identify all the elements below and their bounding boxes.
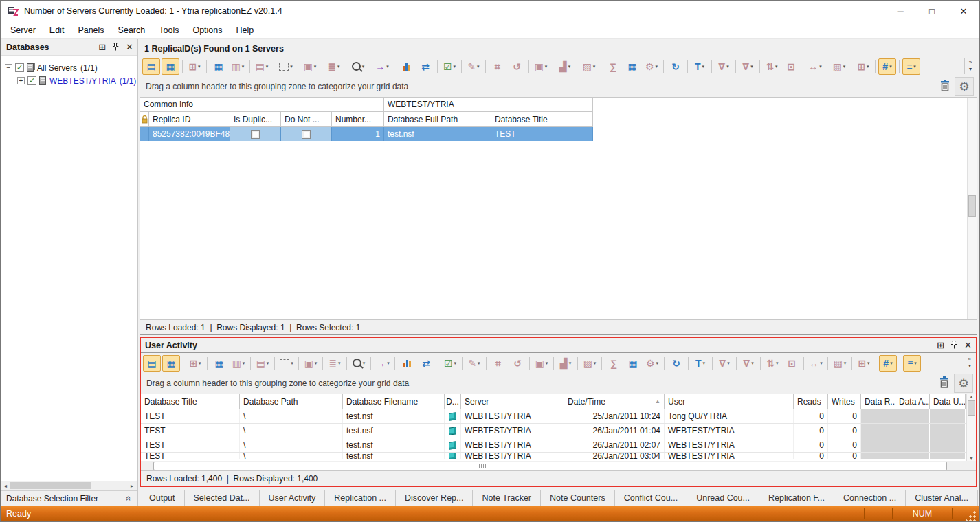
dropdown-arrow-icon[interactable]: ▾ xyxy=(844,361,847,366)
toolbar-button[interactable]: ▾ xyxy=(277,58,295,75)
panel-maximize-icon[interactable]: ⊞ xyxy=(937,341,944,350)
toolbar-button[interactable]: ∑ xyxy=(604,58,622,75)
toolbar-button[interactable]: ▨ ▾ xyxy=(581,355,599,372)
dropdown-arrow-icon[interactable]: ▾ xyxy=(914,361,917,366)
panel-tab[interactable]: Discover Rep... xyxy=(396,490,473,506)
scrollbar-thumb[interactable] xyxy=(10,482,91,489)
table-row[interactable]: TEST \ test.nsf WEBTEST/YTRIA 26/Jan/201… xyxy=(141,453,976,459)
dropdown-arrow-icon[interactable]: ▾ xyxy=(545,64,548,69)
column-header-database-full-path[interactable]: Database Full Path xyxy=(384,112,491,127)
dropdown-arrow-icon[interactable]: ▾ xyxy=(703,361,706,366)
toolbar-button[interactable]: ▣ ▾ xyxy=(533,355,550,372)
panel-tab[interactable]: Output xyxy=(140,490,185,506)
dropdown-arrow-icon[interactable]: ▾ xyxy=(199,361,201,366)
collapse-icon[interactable]: − xyxy=(5,64,12,71)
toolbar-button[interactable]: ⊡ xyxy=(783,355,801,372)
panel-tab[interactable]: Note Counters xyxy=(541,490,615,506)
dropdown-arrow-icon[interactable]: ▾ xyxy=(775,64,778,69)
scroll-right-icon[interactable]: ▸ xyxy=(127,483,137,489)
menu-item[interactable]: Tools xyxy=(152,23,186,38)
sidebar-horizontal-scrollbar[interactable]: ◂ ▸ xyxy=(1,481,137,490)
tree-item-all-servers[interactable]: − All Servers (1/1) xyxy=(5,61,137,74)
collapse-chevron-icon[interactable]: « xyxy=(124,496,134,501)
user-activity-horizontal-scrollbar[interactable] xyxy=(141,461,976,470)
dropdown-arrow-icon[interactable]: ▾ xyxy=(656,361,659,366)
trash-icon[interactable] xyxy=(939,80,950,94)
panel-tab[interactable]: Replication ... xyxy=(325,490,396,506)
resize-grip-icon[interactable] xyxy=(966,510,977,521)
toolbar-button[interactable]: T ▾ xyxy=(691,355,709,372)
toolbar-button[interactable]: ▦ xyxy=(623,58,641,75)
replica-vertical-scrollbar[interactable] xyxy=(967,98,977,319)
toolbar-button[interactable]: ✎ ▾ xyxy=(465,355,483,372)
dropdown-arrow-icon[interactable]: ▾ xyxy=(546,361,548,366)
pin-icon[interactable] xyxy=(951,341,957,350)
database-selection-filter-bar[interactable]: Database Selection Filter « xyxy=(1,490,137,506)
panel-tab[interactable]: Conflict Cou... xyxy=(615,490,688,506)
scroll-down-icon[interactable]: ▼ xyxy=(969,456,974,461)
toolbar-button[interactable]: T ▾ xyxy=(691,58,709,75)
toolbar-button[interactable]: ↻ xyxy=(667,58,684,75)
panel-tab[interactable]: Replication F... xyxy=(759,490,834,506)
toolbar-button[interactable] xyxy=(397,58,415,75)
panel-tab[interactable]: Selected Dat... xyxy=(185,490,260,506)
is-duplicate-checkbox[interactable] xyxy=(251,130,260,139)
column-header-database-title[interactable]: Database Title xyxy=(491,112,593,127)
user-activity-grouping-zone[interactable]: Drag a column header to this grouping zo… xyxy=(141,373,976,394)
toolbar-button[interactable]: ▤ xyxy=(143,355,161,372)
toolbar-button[interactable]: ⇄ xyxy=(416,58,434,75)
checkbox-checked-icon[interactable] xyxy=(27,76,36,85)
expand-icon[interactable]: + xyxy=(17,77,25,84)
toolbar-button[interactable]: ⌗ xyxy=(489,355,507,372)
toolbar-button[interactable]: ▥ ▾ xyxy=(229,58,247,75)
dropdown-arrow-icon[interactable]: ▾ xyxy=(363,361,366,366)
toolbar-button[interactable]: ▥ ▾ xyxy=(230,355,247,372)
dropdown-arrow-icon[interactable]: ▾ xyxy=(242,64,245,69)
toolbar-button[interactable]: ≣ ▾ xyxy=(326,355,344,372)
dropdown-arrow-icon[interactable]: ▾ xyxy=(890,361,893,366)
dropdown-arrow-icon[interactable]: ▾ xyxy=(243,361,245,366)
maximize-icon[interactable]: □ xyxy=(916,1,948,21)
toolbar-button[interactable]: ⊡ xyxy=(782,58,800,75)
table-row[interactable]: TEST \ test.nsf WEBTEST/YTRIA 25/Jan/201… xyxy=(141,409,976,424)
panel-tab[interactable]: Connection ... xyxy=(834,490,906,506)
dropdown-arrow-icon[interactable]: ▾ xyxy=(386,64,389,69)
dropdown-arrow-icon[interactable]: ▾ xyxy=(477,64,480,69)
dropdown-arrow-icon[interactable]: ▾ xyxy=(819,64,822,69)
toolbar-overflow-icon[interactable]: »▾ xyxy=(964,354,975,371)
toolbar-button[interactable]: ↺ xyxy=(508,58,526,75)
dropdown-arrow-icon[interactable]: ▾ xyxy=(266,64,269,69)
toolbar-button[interactable]: ✎ ▾ xyxy=(465,58,482,75)
gear-icon[interactable]: ⚙ xyxy=(954,374,973,393)
table-row[interactable]: TEST \ test.nsf WEBTEST/YTRIA 26/Jan/201… xyxy=(141,424,976,438)
column-header-user[interactable]: User xyxy=(665,394,794,409)
toolbar-button[interactable]: ⇄ xyxy=(417,355,435,372)
minimize-icon[interactable]: ─ xyxy=(884,1,916,21)
toolbar-button[interactable]: ∑ xyxy=(605,355,623,372)
toolbar-button[interactable]: ∇ ▾ xyxy=(739,355,757,372)
toolbar-button[interactable]: ▤ xyxy=(142,58,160,75)
checkbox-checked-icon[interactable] xyxy=(15,63,24,72)
close-icon[interactable]: ✕ xyxy=(948,1,979,21)
scrollbar-thumb[interactable] xyxy=(968,195,976,217)
replica-row-selected[interactable]: 85257382:0049BF48 1 test.nsf TEST xyxy=(140,127,977,141)
trash-icon[interactable] xyxy=(939,376,950,391)
toolbar-button[interactable] xyxy=(398,355,416,372)
dropdown-arrow-icon[interactable]: ▾ xyxy=(314,64,317,69)
toolbar-button[interactable]: ▦ xyxy=(162,355,180,372)
toolbar-button[interactable]: ↔ ▾ xyxy=(806,58,824,75)
toolbar-button[interactable]: ▾ xyxy=(350,355,368,372)
column-header-do-not[interactable]: Do Not ... xyxy=(281,112,332,127)
dropdown-arrow-icon[interactable]: ▾ xyxy=(478,361,480,366)
dropdown-arrow-icon[interactable]: ▾ xyxy=(267,361,269,366)
toolbar-button[interactable]: ▦ xyxy=(624,355,642,372)
toolbar-button[interactable]: ⚙ ▾ xyxy=(643,58,660,75)
column-header-data-r[interactable]: Data R... xyxy=(861,394,895,409)
toolbar-button[interactable]: → ▾ xyxy=(374,355,392,372)
toolbar-button[interactable]: ☑ ▾ xyxy=(441,355,459,372)
toolbar-button[interactable]: ⇅ ▾ xyxy=(764,355,781,372)
toolbar-button[interactable]: ∇ ▾ xyxy=(715,355,733,372)
toolbar-button[interactable]: ☑ ▾ xyxy=(441,58,458,75)
dropdown-arrow-icon[interactable]: ▾ xyxy=(291,361,293,366)
toolbar-button[interactable]: ▤ ▾ xyxy=(253,58,271,75)
